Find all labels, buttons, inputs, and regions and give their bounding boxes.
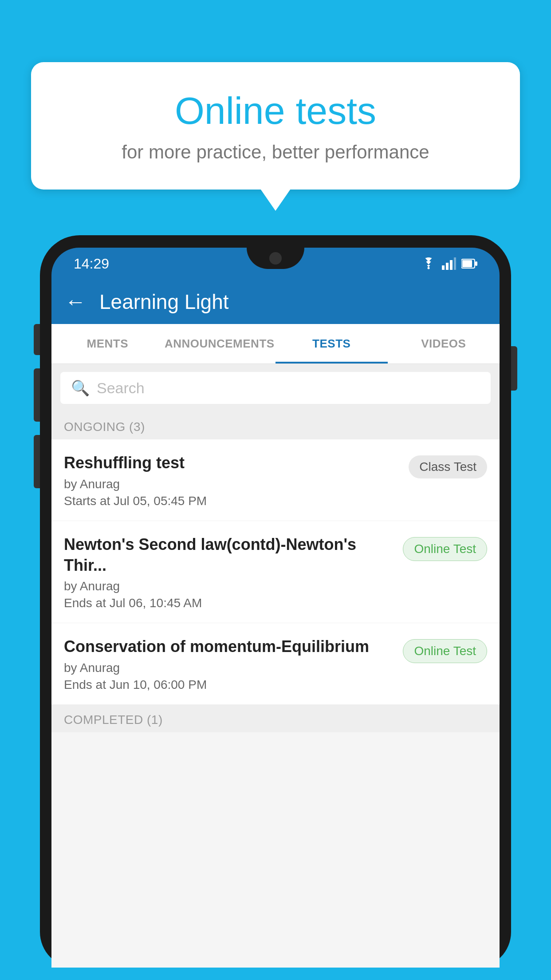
test-item-3[interactable]: Conservation of momentum-Equilibrium by … (51, 623, 500, 705)
power-button (511, 346, 517, 391)
test-time-2: Ends at Jul 06, 10:45 AM (64, 596, 394, 610)
test-info-3: Conservation of momentum-Equilibrium by … (64, 636, 394, 692)
signal-icon (442, 257, 456, 270)
test-item-1[interactable]: Reshuffling test by Anurag Starts at Jul… (51, 439, 500, 521)
test-badge-1: Class Test (409, 455, 487, 478)
status-bar: 14:29 (51, 248, 500, 280)
test-time-1: Starts at Jul 05, 05:45 PM (64, 494, 400, 508)
search-bar[interactable]: 🔍 Search (60, 372, 491, 404)
test-item-2[interactable]: Newton's Second law(contd)-Newton's Thir… (51, 521, 500, 624)
bubble-subtitle: for more practice, better performance (58, 142, 493, 163)
search-container: 🔍 Search (51, 364, 500, 412)
phone-notch (247, 248, 304, 269)
volume-down-button (34, 368, 40, 422)
search-placeholder: Search (97, 379, 145, 397)
svg-rect-7 (475, 261, 477, 266)
bubble-title: Online tests (58, 89, 493, 133)
tab-announcements[interactable]: ANNOUNCEMENTS (164, 324, 276, 364)
app-bar: ← Learning Light (51, 280, 500, 324)
test-list: Reshuffling test by Anurag Starts at Jul… (51, 439, 500, 705)
test-info-2: Newton's Second law(contd)-Newton's Thir… (64, 534, 394, 611)
status-icons (421, 257, 477, 270)
speech-bubble: Online tests for more practice, better p… (31, 62, 520, 190)
ongoing-section-header: ONGOING (3) (51, 412, 500, 439)
search-icon: 🔍 (71, 379, 90, 397)
test-author-3: by Anurag (64, 661, 394, 675)
volume-extra-button (34, 435, 40, 488)
svg-rect-4 (454, 257, 456, 270)
front-camera (269, 252, 282, 265)
speech-bubble-container: Online tests for more practice, better p… (31, 62, 520, 190)
tab-tests[interactable]: TESTS (276, 324, 388, 364)
svg-point-0 (428, 267, 430, 269)
back-button[interactable]: ← (65, 291, 86, 312)
status-time: 14:29 (74, 256, 109, 272)
volume-up-button (34, 324, 40, 355)
test-author-2: by Anurag (64, 579, 394, 593)
tab-videos[interactable]: VIDEOS (388, 324, 500, 364)
phone-outer: 14:29 (40, 235, 511, 968)
svg-rect-2 (446, 263, 449, 270)
svg-rect-3 (450, 260, 453, 270)
svg-rect-1 (442, 265, 445, 270)
test-title-1: Reshuffling test (64, 453, 400, 474)
test-time-3: Ends at Jun 10, 06:00 PM (64, 678, 394, 692)
phone-container: 14:29 (40, 235, 511, 980)
test-info-1: Reshuffling test by Anurag Starts at Jul… (64, 453, 400, 508)
battery-icon (461, 257, 477, 270)
phone-screen: ← Learning Light MENTS ANNOUNCEMENTS TES… (51, 280, 500, 968)
app-title: Learning Light (99, 290, 229, 314)
test-title-2: Newton's Second law(contd)-Newton's Thir… (64, 534, 394, 576)
test-badge-3: Online Test (403, 639, 487, 663)
test-badge-2: Online Test (403, 537, 487, 561)
test-author-1: by Anurag (64, 477, 400, 491)
wifi-icon (421, 257, 437, 270)
svg-rect-6 (462, 260, 472, 267)
completed-section-header: COMPLETED (1) (51, 705, 500, 732)
tab-ments[interactable]: MENTS (51, 324, 164, 364)
tabs-bar: MENTS ANNOUNCEMENTS TESTS VIDEOS (51, 324, 500, 364)
test-title-3: Conservation of momentum-Equilibrium (64, 636, 394, 657)
